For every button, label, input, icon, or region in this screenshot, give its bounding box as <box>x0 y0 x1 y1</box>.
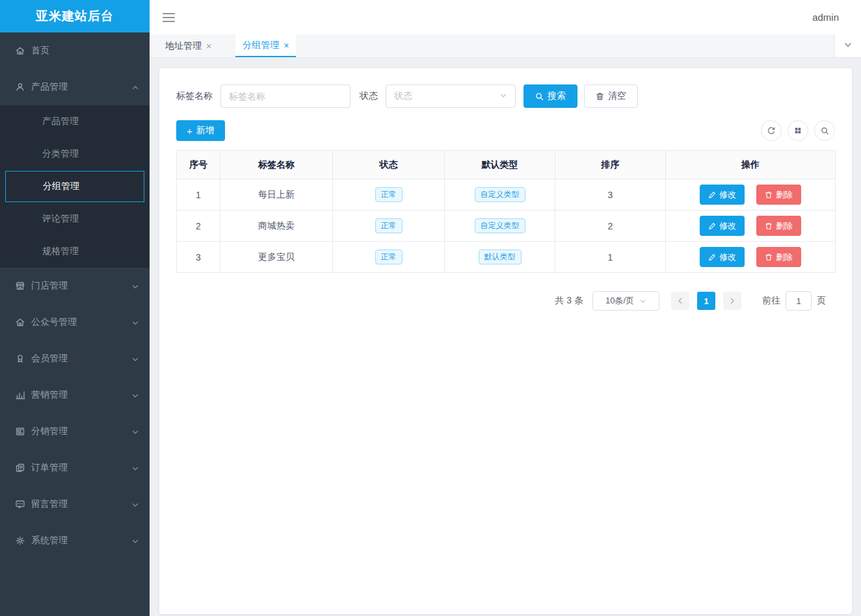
status-filter-label: 状态 <box>360 90 378 102</box>
page-unit-label: 页 <box>817 295 826 307</box>
sidebar-item-label: 分销管理 <box>31 426 68 437</box>
chevron-down-icon <box>131 428 139 435</box>
status-badge: 正常 <box>375 218 403 233</box>
sidebar-subitem-spec[interactable]: 规格管理 <box>0 235 150 268</box>
pencil-icon <box>708 191 716 199</box>
sidebar-item-label: 首页 <box>31 45 49 57</box>
prev-page-button[interactable] <box>671 292 689 310</box>
sidebar-subitem-category[interactable]: 分类管理 <box>0 138 150 170</box>
page-number-button[interactable]: 1 <box>697 292 715 310</box>
trash-icon <box>765 191 773 199</box>
name-filter-input[interactable] <box>220 84 351 108</box>
search-button[interactable]: 搜索 <box>523 84 577 108</box>
pencil-icon <box>708 253 716 261</box>
sidebar-item-order-mgmt[interactable]: 订单管理 <box>0 450 150 486</box>
tab-group-mgmt[interactable]: 分组管理 × <box>235 34 296 57</box>
sidebar-item-label: 营销管理 <box>31 389 68 401</box>
table-tools <box>761 120 835 141</box>
goto-page-input[interactable] <box>786 291 812 311</box>
chevron-down-icon <box>639 298 646 305</box>
sidebar-item-message-mgmt[interactable]: 留言管理 <box>0 486 150 522</box>
close-icon[interactable]: × <box>284 41 289 50</box>
sidebar-item-distribution-mgmt[interactable]: 分销管理 <box>0 413 150 450</box>
col-index: 序号 <box>177 151 220 179</box>
sidebar-subitem-comment[interactable]: 评论管理 <box>0 203 150 235</box>
sidebar-item-label: 会员管理 <box>31 353 68 365</box>
sidebar-item-marketing-mgmt[interactable]: 营销管理 <box>0 377 150 413</box>
pagination-total: 共 3 条 <box>555 295 583 307</box>
refresh-button[interactable] <box>761 120 782 141</box>
table-row: 2 商城热卖 正常 自定义类型 2 修改 删除 <box>177 211 836 242</box>
data-table: 序号 标签名称 状态 默认类型 排序 操作 1 每日上新 正常 自定义类型 3 <box>176 150 836 273</box>
chevron-right-icon <box>728 297 736 305</box>
trash-icon <box>765 253 773 261</box>
tab-address-mgmt[interactable]: 地址管理 × <box>158 34 219 57</box>
goto-label: 前往 <box>762 295 780 307</box>
next-page-button[interactable] <box>723 292 741 310</box>
sidebar-item-home[interactable]: 首页 <box>0 32 150 69</box>
col-type: 默认类型 <box>445 151 555 179</box>
tab-label: 地址管理 <box>165 40 202 52</box>
status-select-placeholder: 状态 <box>394 90 412 102</box>
col-sort: 排序 <box>555 151 666 179</box>
status-badge: 正常 <box>375 250 403 264</box>
top-header: admin <box>150 0 861 34</box>
grid-icon <box>794 127 802 135</box>
type-badge: 默认类型 <box>479 250 522 264</box>
sidebar-subitem-product[interactable]: 产品管理 <box>0 105 150 138</box>
col-name: 标签名称 <box>220 151 333 179</box>
columns-button[interactable] <box>788 120 808 141</box>
table-toolbar: + 新增 <box>159 108 852 150</box>
col-actions: 操作 <box>666 151 836 179</box>
refresh-icon <box>767 126 776 135</box>
edit-button[interactable]: 修改 <box>700 185 745 205</box>
medal-icon <box>15 353 25 364</box>
sidebar-item-label: 门店管理 <box>31 280 68 292</box>
sidebar-item-label: 产品管理 <box>31 81 68 93</box>
chevron-down-icon <box>131 500 139 508</box>
sidebar-item-store-mgmt[interactable]: 门店管理 <box>0 268 150 304</box>
close-icon[interactable]: × <box>206 42 211 51</box>
pencil-icon <box>708 222 716 230</box>
sidebar: 亚米建站后台 首页 产品管理 产品管理 分类管理 分组管理 <box>0 0 150 616</box>
app-logo: 亚米建站后台 <box>0 0 150 32</box>
sidebar-item-label: 留言管理 <box>31 498 68 510</box>
delete-button[interactable]: 删除 <box>756 185 801 205</box>
tab-bar: 地址管理 × 分组管理 × <box>150 34 861 58</box>
sidebar-subitem-group[interactable]: 分组管理 <box>5 171 144 202</box>
plus-icon: + <box>187 125 192 136</box>
filter-form: 标签名称 状态 状态 搜索 清空 <box>159 68 852 108</box>
content-card: 标签名称 状态 状态 搜索 清空 <box>159 68 852 614</box>
shop-icon <box>15 281 25 291</box>
delete-button[interactable]: 删除 <box>756 247 801 267</box>
search-toggle-button[interactable] <box>814 120 835 141</box>
trash-icon <box>596 92 604 101</box>
sidebar-item-system-mgmt[interactable]: 系统管理 <box>0 522 150 559</box>
clear-button[interactable]: 清空 <box>584 84 638 108</box>
edit-button[interactable]: 修改 <box>700 247 745 267</box>
page-size-select[interactable]: 10条/页 <box>592 291 659 311</box>
chevron-down-icon <box>131 537 139 545</box>
sidebar-item-member-mgmt[interactable]: 会员管理 <box>0 340 150 377</box>
add-button[interactable]: + 新增 <box>176 120 225 141</box>
table-row: 3 更多宝贝 正常 默认类型 1 修改 删除 <box>177 242 836 273</box>
sidebar-submenu-products: 产品管理 分类管理 分组管理 评论管理 规格管理 <box>0 105 150 268</box>
trash-icon <box>765 222 773 230</box>
sidebar-item-product-mgmt[interactable]: 产品管理 <box>0 69 150 105</box>
table-header-row: 序号 标签名称 状态 默认类型 排序 操作 <box>177 151 836 179</box>
edit-button[interactable]: 修改 <box>700 216 745 236</box>
tab-actions-dropdown[interactable] <box>834 34 861 57</box>
status-filter-select[interactable]: 状态 <box>386 84 516 108</box>
sidebar-item-official-account-mgmt[interactable]: 公众号管理 <box>0 304 150 340</box>
type-badge: 自定义类型 <box>475 218 525 233</box>
name-filter-label: 标签名称 <box>176 90 213 102</box>
chevron-down-icon <box>499 91 507 101</box>
hamburger-menu-icon[interactable] <box>163 10 175 25</box>
chevron-down-icon <box>843 40 853 52</box>
delete-button[interactable]: 删除 <box>756 216 801 236</box>
user-menu[interactable]: admin <box>812 12 839 23</box>
chevron-down-icon <box>131 355 139 363</box>
table-row: 1 每日上新 正常 自定义类型 3 修改 删除 <box>177 179 836 211</box>
chevron-down-icon <box>131 282 139 290</box>
chevron-down-icon <box>131 318 139 326</box>
